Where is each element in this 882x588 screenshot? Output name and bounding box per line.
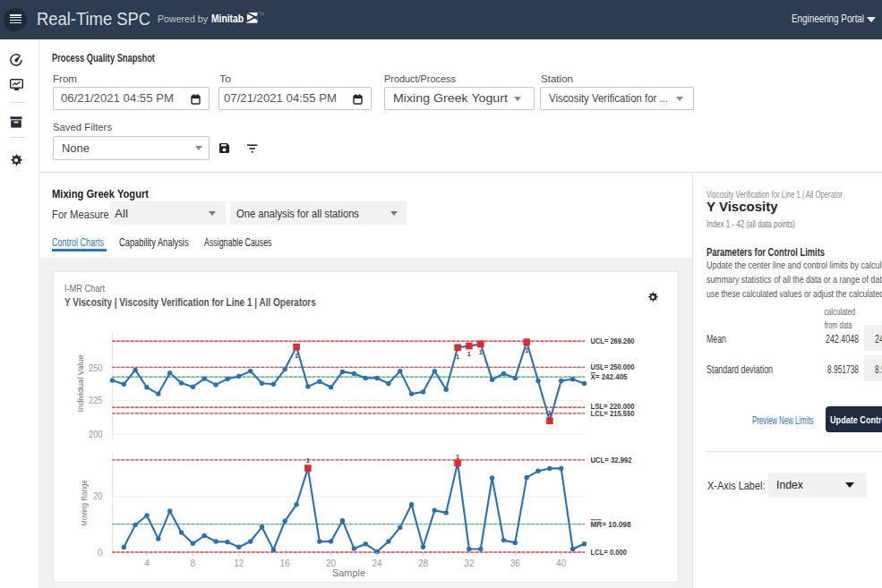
svg-text:LCL= 215.550: LCL= 215.550 [591,409,635,418]
svg-text:1: 1 [306,456,310,464]
svg-text:1: 1 [295,352,298,360]
svg-text:32: 32 [464,558,475,567]
svg-text:1: 1 [479,348,483,356]
svg-text:12: 12 [234,558,244,567]
svg-text:UCL= 269.260: UCL= 269.260 [591,337,635,345]
svg-text:200: 200 [89,429,103,439]
svg-text:Individual Value: Individual Value [75,354,85,412]
svg-text:0: 0 [98,547,103,557]
svg-text:24: 24 [372,558,383,567]
svg-text:Sample: Sample [332,568,365,578]
svg-text:UCL= 32.992: UCL= 32.992 [591,455,632,464]
svg-text:X= 242.405: X= 242.405 [591,372,628,381]
svg-text:20: 20 [326,558,337,567]
svg-text:28: 28 [418,558,429,567]
svg-text:36: 36 [510,558,521,567]
svg-text:40: 40 [556,558,567,567]
svg-text:8: 8 [191,558,196,567]
svg-text:MR= 10.098: MR= 10.098 [591,519,631,528]
svg-text:1: 1 [456,453,459,461]
svg-text:1: 1 [548,409,552,417]
svg-text:Moving Range: Moving Range [79,480,89,526]
svg-text:1: 1 [456,352,459,360]
svg-text:1: 1 [467,350,471,358]
svg-text:225: 225 [89,396,103,405]
svg-text:USL= 250.000: USL= 250.000 [591,362,635,371]
svg-text:16: 16 [280,558,291,567]
svg-text:250: 250 [89,362,103,372]
svg-text:1: 1 [525,346,528,354]
svg-text:4: 4 [144,558,150,567]
svg-text:20: 20 [93,491,103,501]
svg-text:LCL= 0.000: LCL= 0.000 [591,548,628,557]
